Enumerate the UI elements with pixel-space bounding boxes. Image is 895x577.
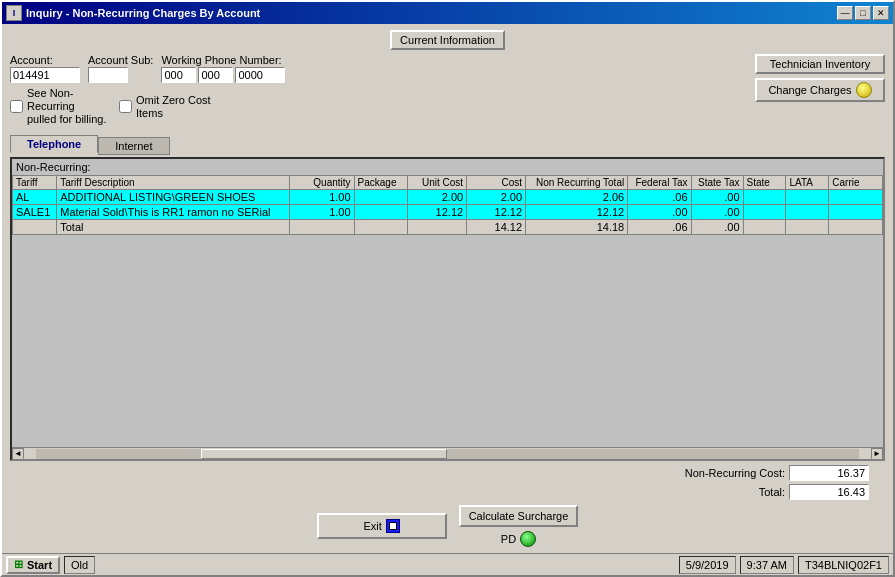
- col-header-state: State: [743, 175, 786, 189]
- nr-cost-label: Non-Recurring Cost:: [685, 467, 785, 479]
- col-header-tariff: Tariff: [13, 175, 57, 189]
- close-button[interactable]: ✕: [873, 6, 889, 20]
- cell-carrier: [829, 189, 883, 204]
- phone-input-2[interactable]: [198, 67, 233, 83]
- cell-fed-tax: .00: [628, 204, 691, 219]
- table-row: AL ADDITIONAL LISTING\GREEN SHOES 1.00 2…: [13, 189, 883, 204]
- nr-cost-row: Non-Recurring Cost: 16.37: [10, 465, 885, 481]
- cell-tariff: AL: [13, 189, 57, 204]
- col-header-carrier: Carrie: [829, 175, 883, 189]
- cell-total-state-tax: .00: [691, 219, 743, 234]
- col-header-state-tax: State Tax: [691, 175, 743, 189]
- window-icon: I: [6, 5, 22, 21]
- account-label: Account:: [10, 54, 80, 66]
- window-title: Inquiry - Non-Recurring Charges By Accou…: [26, 7, 260, 19]
- cell-total-lata: [786, 219, 829, 234]
- omit-zero-checkbox[interactable]: [119, 100, 132, 113]
- col-header-fed-tax: Federal Tax: [628, 175, 691, 189]
- total-cost-label: Total:: [759, 486, 785, 498]
- cell-total-nr: 14.18: [526, 219, 628, 234]
- non-recurring-checkbox[interactable]: [10, 100, 23, 113]
- non-recurring-checkbox-group: See Non-Recurring pulled for billing.: [10, 87, 107, 127]
- omit-zero-checkbox-group: Omit Zero Cost Items: [119, 94, 216, 120]
- nr-cost-value: 16.37: [789, 465, 869, 481]
- tech-inventory-button[interactable]: Technician Inventory: [755, 54, 885, 74]
- cell-total-carrier: [829, 219, 883, 234]
- old-label: Old: [71, 559, 88, 571]
- cell-cost: 12.12: [467, 204, 526, 219]
- cell-nr-total: 2.06: [526, 189, 628, 204]
- title-bar: I Inquiry - Non-Recurring Charges By Acc…: [2, 2, 893, 24]
- non-recurring-label: See Non-Recurring pulled for billing.: [27, 87, 107, 127]
- total-cost-value: 16.43: [789, 484, 869, 500]
- status-old-panel: Old: [64, 556, 95, 574]
- scroll-right-button[interactable]: ►: [871, 448, 883, 460]
- form-and-buttons-row: Account: Account Sub: Working Phone Numb…: [10, 54, 885, 127]
- non-recurring-section-label: Non-Recurring:: [12, 159, 883, 175]
- cell-total-ucost: [408, 219, 467, 234]
- col-header-cost: Cost: [467, 175, 526, 189]
- bottom-area: Non-Recurring Cost: 16.37 Total: 16.43 E…: [10, 465, 885, 547]
- col-header-description: Tariff Description: [57, 175, 290, 189]
- cell-total-fed: .06: [628, 219, 691, 234]
- table-row-total: Total 14.12 14.18 .06 .00: [13, 219, 883, 234]
- cell-quantity: 1.00: [290, 189, 354, 204]
- minimize-button[interactable]: —: [837, 6, 853, 20]
- pd-area: PD: [501, 531, 536, 547]
- col-header-quantity: Quantity: [290, 175, 354, 189]
- status-right: 5/9/2019 9:37 AM T34BLNIQ02F1: [679, 556, 889, 574]
- top-button-row: Current Information: [10, 30, 885, 50]
- cell-nr-total: 12.12: [526, 204, 628, 219]
- phone-field-group: Working Phone Number:: [161, 54, 285, 83]
- col-header-nr-total: Non Recurring Total: [526, 175, 628, 189]
- main-content: Current Information Account: Account Sub…: [2, 24, 893, 553]
- tab-internet-label: Internet: [115, 140, 152, 152]
- table-header-row: Tariff Tariff Description Quantity Packa…: [13, 175, 883, 189]
- cell-carrier: [829, 204, 883, 219]
- tabs-container: Telephone Internet: [10, 135, 885, 153]
- table-container: Non-Recurring: Tariff Tariff Description…: [10, 157, 885, 461]
- yellow-indicator-icon: [856, 82, 872, 98]
- calculate-surcharge-button[interactable]: Calculate Surcharge: [459, 505, 579, 527]
- tab-telephone[interactable]: Telephone: [10, 135, 98, 153]
- cell-total-pkg: [354, 219, 408, 234]
- cell-lata: [786, 204, 829, 219]
- start-button[interactable]: ⊞ Start: [6, 556, 60, 574]
- cell-tariff: SALE1: [13, 204, 57, 219]
- account-row: Account: Account Sub: Working Phone Numb…: [10, 54, 285, 83]
- account-sub-label: Account Sub:: [88, 54, 153, 66]
- exit-button[interactable]: Exit: [317, 513, 447, 539]
- scroll-left-button[interactable]: ◄: [12, 448, 24, 460]
- phone-inputs: [161, 67, 285, 83]
- cell-package: [354, 204, 408, 219]
- main-window: I Inquiry - Non-Recurring Charges By Acc…: [0, 0, 895, 577]
- cell-cost: 2.00: [467, 189, 526, 204]
- scrollbar-thumb[interactable]: [201, 449, 448, 459]
- start-label: Start: [27, 559, 52, 571]
- phone-label: Working Phone Number:: [161, 54, 285, 66]
- tab-telephone-label: Telephone: [27, 138, 81, 150]
- status-code: T34BLNIQ02F1: [798, 556, 889, 574]
- status-time: 9:37 AM: [740, 556, 794, 574]
- phone-input-1[interactable]: [161, 67, 196, 83]
- cell-total-label-empty: [13, 219, 57, 234]
- cell-state: [743, 189, 786, 204]
- tab-internet[interactable]: Internet: [98, 137, 169, 155]
- omit-zero-label: Omit Zero Cost Items: [136, 94, 216, 120]
- surcharge-pd-area: Calculate Surcharge PD: [459, 505, 579, 547]
- current-info-button[interactable]: Current Information: [390, 30, 505, 50]
- account-field-group: Account:: [10, 54, 80, 83]
- account-input[interactable]: [10, 67, 80, 83]
- account-sub-field-group: Account Sub:: [88, 54, 153, 83]
- cell-state-tax: .00: [691, 189, 743, 204]
- phone-input-3[interactable]: [235, 67, 285, 83]
- horizontal-scrollbar[interactable]: ◄ ►: [12, 447, 883, 459]
- account-sub-input[interactable]: [88, 67, 128, 83]
- cell-unit-cost: 12.12: [408, 204, 467, 219]
- change-charges-label: Change Charges: [768, 84, 851, 96]
- maximize-button[interactable]: □: [855, 6, 871, 20]
- change-charges-button[interactable]: Change Charges: [755, 78, 885, 102]
- table-scroll-wrapper[interactable]: Tariff Tariff Description Quantity Packa…: [12, 175, 883, 447]
- exit-label: Exit: [363, 520, 381, 532]
- scrollbar-track: [36, 449, 859, 459]
